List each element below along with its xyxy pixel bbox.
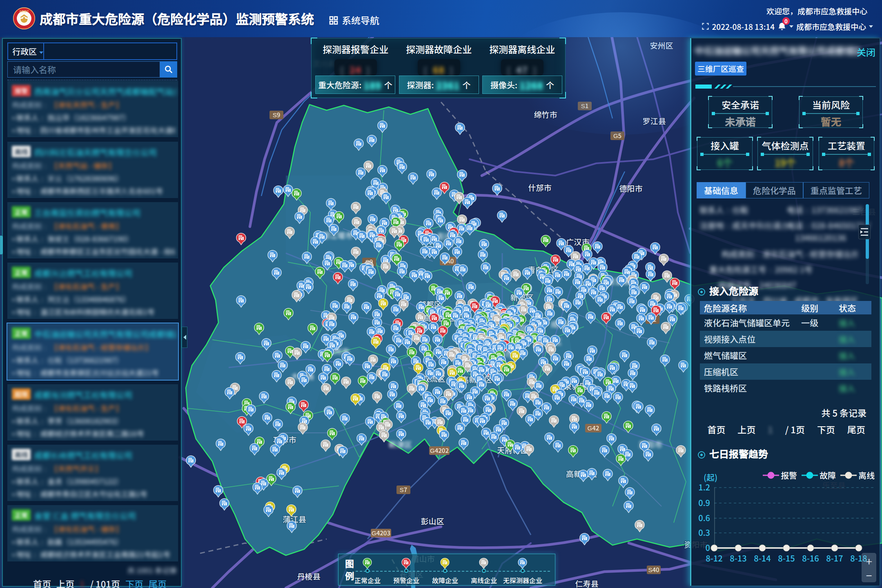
- svg-text:新津区: 新津区: [388, 439, 412, 450]
- svg-text:0.6: 0.6: [698, 512, 710, 523]
- svg-text:德阳市: 德阳市: [619, 183, 642, 194]
- svg-text:G4202: G4202: [430, 446, 449, 454]
- svg-text:G4203: G4203: [372, 528, 390, 537]
- svg-text:离线: 离线: [858, 469, 875, 481]
- svg-text:8-14: 8-14: [754, 552, 771, 564]
- svg-text:0.9: 0.9: [698, 497, 710, 508]
- svg-text:8-12: 8-12: [706, 552, 722, 564]
- svg-text:应急管理: 应急管理: [19, 9, 29, 13]
- svg-text:丹棱县: 丹棱县: [297, 570, 320, 581]
- svg-text:8-13: 8-13: [730, 552, 746, 564]
- svg-text:报警: 报警: [781, 469, 797, 481]
- svg-text:8-17: 8-17: [826, 552, 843, 564]
- svg-text:0.3: 0.3: [698, 526, 710, 538]
- svg-text:8-15: 8-15: [778, 552, 795, 564]
- svg-text:S7: S7: [400, 485, 408, 494]
- svg-text:S40: S40: [648, 565, 659, 574]
- svg-text:故障: 故障: [820, 469, 836, 481]
- svg-text:8-16: 8-16: [802, 552, 819, 564]
- svg-text:什邡市: 什邡市: [528, 182, 551, 193]
- svg-text:1.2: 1.2: [698, 481, 710, 493]
- svg-text:G42: G42: [588, 423, 599, 432]
- svg-text:仁寿县: 仁寿县: [575, 578, 598, 588]
- svg-text:彭山区: 彭山区: [421, 515, 444, 526]
- svg-text:0: 0: [706, 541, 710, 553]
- svg-text:S9: S9: [273, 110, 281, 119]
